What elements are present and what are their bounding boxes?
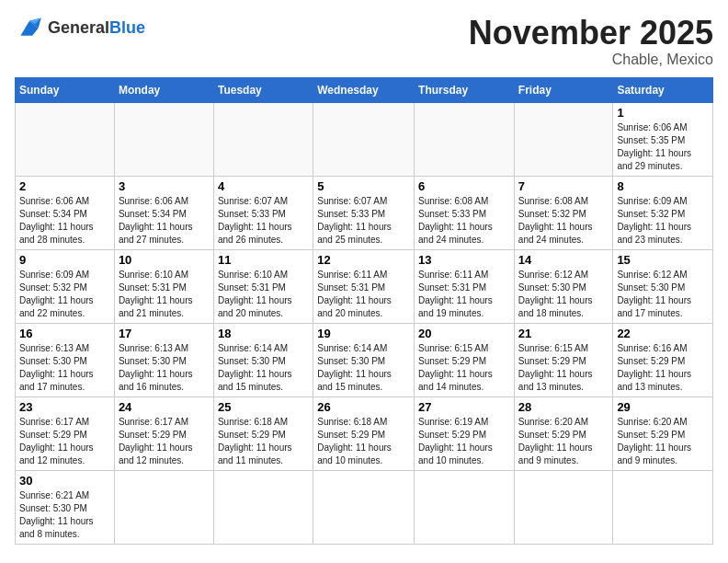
calendar-cell: 3Sunrise: 6:06 AM Sunset: 5:34 PM Daylig… <box>114 176 213 249</box>
calendar-cell: 9Sunrise: 6:09 AM Sunset: 5:32 PM Daylig… <box>16 249 115 323</box>
calendar-cell: 23Sunrise: 6:17 AM Sunset: 5:29 PM Dayli… <box>16 396 115 470</box>
header-day-tuesday: Tuesday <box>213 77 313 102</box>
calendar-cell <box>213 470 313 544</box>
day-number: 27 <box>418 400 510 414</box>
day-number: 20 <box>418 327 510 340</box>
day-number: 14 <box>518 253 609 267</box>
day-number: 24 <box>119 400 210 414</box>
day-info: Sunrise: 6:11 AM Sunset: 5:31 PM Dayligh… <box>317 269 410 320</box>
calendar-cell: 17Sunrise: 6:13 AM Sunset: 5:30 PM Dayli… <box>114 323 213 396</box>
day-info: Sunrise: 6:13 AM Sunset: 5:30 PM Dayligh… <box>119 342 210 394</box>
day-info: Sunrise: 6:06 AM Sunset: 5:34 PM Dayligh… <box>19 195 110 247</box>
day-number: 16 <box>19 327 110 340</box>
day-number: 25 <box>218 400 309 414</box>
calendar-cell <box>114 102 213 176</box>
calendar-header: SundayMondayTuesdayWednesdayThursdayFrid… <box>16 77 713 102</box>
calendar-cell: 25Sunrise: 6:18 AM Sunset: 5:29 PM Dayli… <box>213 396 313 470</box>
day-info: Sunrise: 6:17 AM Sunset: 5:29 PM Dayligh… <box>119 416 210 467</box>
calendar-cell: 16Sunrise: 6:13 AM Sunset: 5:30 PM Dayli… <box>16 323 115 396</box>
day-number: 5 <box>317 179 410 193</box>
day-info: Sunrise: 6:07 AM Sunset: 5:33 PM Dayligh… <box>218 195 309 247</box>
calendar-cell: 6Sunrise: 6:08 AM Sunset: 5:33 PM Daylig… <box>415 176 515 249</box>
calendar-cell <box>514 102 613 176</box>
day-number: 28 <box>518 400 609 414</box>
day-number: 10 <box>119 253 210 267</box>
page-header: GeneralBlue November 2025 Chable, Mexico <box>15 15 713 68</box>
day-number: 13 <box>418 253 510 267</box>
day-number: 2 <box>19 179 110 193</box>
calendar-cell: 4Sunrise: 6:07 AM Sunset: 5:33 PM Daylig… <box>213 176 313 249</box>
day-info: Sunrise: 6:06 AM Sunset: 5:34 PM Dayligh… <box>119 195 210 247</box>
day-number: 19 <box>317 327 410 340</box>
day-info: Sunrise: 6:12 AM Sunset: 5:30 PM Dayligh… <box>518 269 609 320</box>
calendar-cell: 30Sunrise: 6:21 AM Sunset: 5:30 PM Dayli… <box>16 470 115 544</box>
calendar-cell: 1Sunrise: 6:06 AM Sunset: 5:35 PM Daylig… <box>613 102 713 176</box>
logo-text: GeneralBlue <box>48 18 145 38</box>
day-info: Sunrise: 6:18 AM Sunset: 5:29 PM Dayligh… <box>317 416 410 467</box>
day-info: Sunrise: 6:09 AM Sunset: 5:32 PM Dayligh… <box>19 269 110 320</box>
day-info: Sunrise: 6:21 AM Sunset: 5:30 PM Dayligh… <box>19 489 110 541</box>
calendar-cell: 26Sunrise: 6:18 AM Sunset: 5:29 PM Dayli… <box>313 396 415 470</box>
calendar-cell <box>114 470 213 544</box>
day-info: Sunrise: 6:19 AM Sunset: 5:29 PM Dayligh… <box>418 416 510 467</box>
calendar-cell: 2Sunrise: 6:06 AM Sunset: 5:34 PM Daylig… <box>16 176 115 249</box>
day-number: 11 <box>218 253 309 267</box>
day-number: 12 <box>317 253 410 267</box>
calendar-week-5: 30Sunrise: 6:21 AM Sunset: 5:30 PM Dayli… <box>16 470 713 544</box>
calendar-cell <box>213 102 313 176</box>
calendar-cell <box>16 102 115 176</box>
location: Chable, Mexico <box>469 52 713 68</box>
calendar-cell <box>313 102 415 176</box>
day-info: Sunrise: 6:08 AM Sunset: 5:32 PM Dayligh… <box>518 195 609 247</box>
calendar-cell: 10Sunrise: 6:10 AM Sunset: 5:31 PM Dayli… <box>114 249 213 323</box>
day-info: Sunrise: 6:18 AM Sunset: 5:29 PM Dayligh… <box>218 416 309 467</box>
day-number: 4 <box>218 179 309 193</box>
calendar-cell: 14Sunrise: 6:12 AM Sunset: 5:30 PM Dayli… <box>514 249 613 323</box>
day-info: Sunrise: 6:20 AM Sunset: 5:29 PM Dayligh… <box>617 416 709 467</box>
calendar-cell: 29Sunrise: 6:20 AM Sunset: 5:29 PM Dayli… <box>613 396 713 470</box>
calendar-cell: 7Sunrise: 6:08 AM Sunset: 5:32 PM Daylig… <box>514 176 613 249</box>
calendar-cell: 15Sunrise: 6:12 AM Sunset: 5:30 PM Dayli… <box>613 249 713 323</box>
day-number: 21 <box>518 327 609 340</box>
day-info: Sunrise: 6:09 AM Sunset: 5:32 PM Dayligh… <box>617 195 709 247</box>
logo-icon <box>15 15 44 40</box>
day-info: Sunrise: 6:10 AM Sunset: 5:31 PM Dayligh… <box>119 269 210 320</box>
calendar-cell <box>313 470 415 544</box>
day-info: Sunrise: 6:12 AM Sunset: 5:30 PM Dayligh… <box>617 269 709 320</box>
day-number: 7 <box>518 179 609 193</box>
day-number: 8 <box>617 179 709 193</box>
day-info: Sunrise: 6:06 AM Sunset: 5:35 PM Dayligh… <box>617 121 709 173</box>
calendar-body: 1Sunrise: 6:06 AM Sunset: 5:35 PM Daylig… <box>16 102 713 544</box>
calendar-week-2: 9Sunrise: 6:09 AM Sunset: 5:32 PM Daylig… <box>16 249 713 323</box>
calendar-cell <box>415 470 515 544</box>
logo: GeneralBlue <box>15 15 145 40</box>
day-info: Sunrise: 6:07 AM Sunset: 5:33 PM Dayligh… <box>317 195 410 247</box>
calendar-cell: 27Sunrise: 6:19 AM Sunset: 5:29 PM Dayli… <box>415 396 515 470</box>
day-number: 29 <box>617 400 709 414</box>
day-number: 18 <box>218 327 309 340</box>
calendar-cell: 21Sunrise: 6:15 AM Sunset: 5:29 PM Dayli… <box>514 323 613 396</box>
calendar-week-0: 1Sunrise: 6:06 AM Sunset: 5:35 PM Daylig… <box>16 102 713 176</box>
day-number: 30 <box>19 474 110 488</box>
day-number: 15 <box>617 253 709 267</box>
day-info: Sunrise: 6:10 AM Sunset: 5:31 PM Dayligh… <box>218 269 309 320</box>
day-info: Sunrise: 6:16 AM Sunset: 5:29 PM Dayligh… <box>617 342 709 394</box>
calendar-cell <box>514 470 613 544</box>
day-info: Sunrise: 6:14 AM Sunset: 5:30 PM Dayligh… <box>218 342 309 394</box>
day-number: 6 <box>418 179 510 193</box>
calendar-cell: 22Sunrise: 6:16 AM Sunset: 5:29 PM Dayli… <box>613 323 713 396</box>
calendar-cell: 28Sunrise: 6:20 AM Sunset: 5:29 PM Dayli… <box>514 396 613 470</box>
calendar-table: SundayMondayTuesdayWednesdayThursdayFrid… <box>15 77 713 545</box>
header-day-saturday: Saturday <box>613 77 713 102</box>
header-row: SundayMondayTuesdayWednesdayThursdayFrid… <box>16 77 713 102</box>
calendar-cell: 18Sunrise: 6:14 AM Sunset: 5:30 PM Dayli… <box>213 323 313 396</box>
day-number: 26 <box>317 400 410 414</box>
calendar-cell: 5Sunrise: 6:07 AM Sunset: 5:33 PM Daylig… <box>313 176 415 249</box>
day-info: Sunrise: 6:11 AM Sunset: 5:31 PM Dayligh… <box>418 269 510 320</box>
header-day-friday: Friday <box>514 77 613 102</box>
day-info: Sunrise: 6:08 AM Sunset: 5:33 PM Dayligh… <box>418 195 510 247</box>
day-info: Sunrise: 6:15 AM Sunset: 5:29 PM Dayligh… <box>518 342 609 394</box>
header-day-monday: Monday <box>114 77 213 102</box>
month-title: November 2025 <box>469 15 713 52</box>
day-number: 9 <box>19 253 110 267</box>
